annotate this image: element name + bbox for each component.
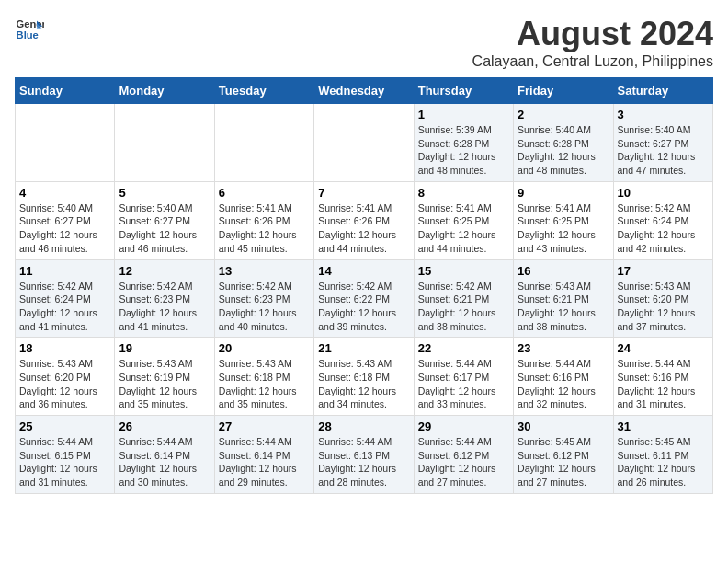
day-number: 15 [418, 264, 509, 278]
calendar-cell: 3Sunrise: 5:40 AM Sunset: 6:27 PM Daylig… [613, 104, 712, 182]
day-number: 26 [119, 419, 210, 433]
calendar-cell: 15Sunrise: 5:42 AM Sunset: 6:21 PM Dayli… [414, 259, 513, 338]
day-info: Sunrise: 5:43 AM Sunset: 6:18 PM Dayligh… [219, 357, 310, 411]
day-number: 24 [618, 341, 709, 355]
day-info: Sunrise: 5:41 AM Sunset: 6:25 PM Dayligh… [418, 201, 509, 256]
day-info: Sunrise: 5:43 AM Sunset: 6:21 PM Dayligh… [518, 280, 609, 334]
calendar-cell: 7Sunrise: 5:41 AM Sunset: 6:26 PM Daylig… [314, 181, 414, 259]
day-number: 30 [518, 419, 609, 433]
day-number: 7 [318, 186, 409, 200]
calendar-cell: 27Sunrise: 5:44 AM Sunset: 6:14 PM Dayli… [214, 416, 313, 494]
calendar-cell: 16Sunrise: 5:43 AM Sunset: 6:21 PM Dayli… [514, 259, 613, 338]
day-info: Sunrise: 5:43 AM Sunset: 6:18 PM Dayligh… [318, 357, 409, 411]
header-sunday: Sunday [16, 78, 115, 104]
calendar-cell [115, 104, 214, 182]
day-number: 4 [19, 186, 110, 200]
day-info: Sunrise: 5:45 AM Sunset: 6:11 PM Dayligh… [618, 435, 709, 489]
day-number: 20 [219, 341, 310, 355]
day-info: Sunrise: 5:42 AM Sunset: 6:21 PM Dayligh… [418, 280, 509, 334]
calendar-cell: 12Sunrise: 5:42 AM Sunset: 6:23 PM Dayli… [115, 259, 214, 338]
day-info: Sunrise: 5:44 AM Sunset: 6:17 PM Dayligh… [418, 357, 509, 411]
day-info: Sunrise: 5:42 AM Sunset: 6:22 PM Dayligh… [318, 280, 409, 334]
title-area: August 2024 Calayaan, Central Luzon, Phi… [472, 15, 713, 70]
day-number: 2 [518, 108, 609, 121]
calendar-cell: 14Sunrise: 5:42 AM Sunset: 6:22 PM Dayli… [314, 259, 414, 338]
day-info: Sunrise: 5:43 AM Sunset: 6:20 PM Dayligh… [618, 280, 709, 334]
day-info: Sunrise: 5:40 AM Sunset: 6:27 PM Dayligh… [119, 201, 210, 256]
day-number: 13 [219, 264, 310, 278]
day-number: 14 [318, 264, 409, 278]
day-number: 11 [19, 264, 110, 278]
day-info: Sunrise: 5:42 AM Sunset: 6:24 PM Dayligh… [19, 280, 110, 334]
day-number: 23 [518, 341, 609, 355]
logo-icon: General Blue [15, 15, 44, 44]
calendar-cell: 21Sunrise: 5:43 AM Sunset: 6:18 PM Dayli… [314, 338, 414, 416]
day-number: 25 [19, 419, 110, 433]
day-number: 27 [219, 419, 310, 433]
day-info: Sunrise: 5:43 AM Sunset: 6:20 PM Dayligh… [19, 357, 110, 411]
calendar-cell: 1Sunrise: 5:39 AM Sunset: 6:28 PM Daylig… [414, 104, 513, 182]
calendar-cell: 13Sunrise: 5:42 AM Sunset: 6:23 PM Dayli… [214, 259, 313, 338]
day-number: 16 [518, 264, 609, 278]
day-info: Sunrise: 5:44 AM Sunset: 6:14 PM Dayligh… [219, 435, 310, 489]
calendar-cell: 24Sunrise: 5:44 AM Sunset: 6:16 PM Dayli… [613, 338, 712, 416]
day-info: Sunrise: 5:44 AM Sunset: 6:16 PM Dayligh… [618, 357, 709, 411]
calendar-cell: 4Sunrise: 5:40 AM Sunset: 6:27 PM Daylig… [16, 181, 115, 259]
calendar-cell: 28Sunrise: 5:44 AM Sunset: 6:13 PM Dayli… [314, 416, 414, 494]
day-number: 22 [418, 341, 509, 355]
day-number: 6 [219, 186, 310, 200]
calendar-header: SundayMondayTuesdayWednesdayThursdayFrid… [16, 78, 713, 104]
calendar-cell: 20Sunrise: 5:43 AM Sunset: 6:18 PM Dayli… [214, 338, 313, 416]
day-info: Sunrise: 5:44 AM Sunset: 6:13 PM Dayligh… [318, 435, 409, 489]
calendar-cell [314, 104, 414, 182]
calendar-cell: 30Sunrise: 5:45 AM Sunset: 6:12 PM Dayli… [514, 416, 613, 494]
calendar-cell: 25Sunrise: 5:44 AM Sunset: 6:15 PM Dayli… [16, 416, 115, 494]
day-number: 18 [19, 341, 110, 355]
day-number: 1 [418, 108, 509, 121]
week-row-2: 4Sunrise: 5:40 AM Sunset: 6:27 PM Daylig… [16, 181, 713, 259]
day-number: 28 [318, 419, 409, 433]
calendar-cell: 17Sunrise: 5:43 AM Sunset: 6:20 PM Dayli… [613, 259, 712, 338]
header-saturday: Saturday [613, 78, 712, 104]
day-number: 21 [318, 341, 409, 355]
header-monday: Monday [115, 78, 214, 104]
subtitle: Calayaan, Central Luzon, Philippines [472, 53, 713, 70]
calendar-cell: 5Sunrise: 5:40 AM Sunset: 6:27 PM Daylig… [115, 181, 214, 259]
header-thursday: Thursday [414, 78, 513, 104]
day-number: 29 [418, 419, 509, 433]
header-friday: Friday [514, 78, 613, 104]
main-title: August 2024 [472, 15, 713, 53]
calendar-cell: 29Sunrise: 5:44 AM Sunset: 6:12 PM Dayli… [414, 416, 513, 494]
logo: General Blue [15, 15, 44, 44]
day-info: Sunrise: 5:45 AM Sunset: 6:12 PM Dayligh… [518, 435, 609, 489]
header: General Blue August 2024 Calayaan, Centr… [15, 15, 713, 70]
calendar-cell: 19Sunrise: 5:43 AM Sunset: 6:19 PM Dayli… [115, 338, 214, 416]
day-info: Sunrise: 5:40 AM Sunset: 6:28 PM Dayligh… [518, 123, 609, 178]
week-row-3: 11Sunrise: 5:42 AM Sunset: 6:24 PM Dayli… [16, 259, 713, 338]
day-info: Sunrise: 5:43 AM Sunset: 6:19 PM Dayligh… [119, 357, 210, 411]
day-info: Sunrise: 5:40 AM Sunset: 6:27 PM Dayligh… [19, 201, 110, 256]
day-number: 9 [518, 186, 609, 200]
day-info: Sunrise: 5:42 AM Sunset: 6:24 PM Dayligh… [618, 201, 709, 256]
header-wednesday: Wednesday [314, 78, 414, 104]
calendar-cell [214, 104, 313, 182]
day-number: 17 [618, 264, 709, 278]
day-info: Sunrise: 5:40 AM Sunset: 6:27 PM Dayligh… [618, 123, 709, 178]
day-info: Sunrise: 5:41 AM Sunset: 6:26 PM Dayligh… [318, 201, 409, 256]
calendar-cell: 11Sunrise: 5:42 AM Sunset: 6:24 PM Dayli… [16, 259, 115, 338]
calendar-cell: 8Sunrise: 5:41 AM Sunset: 6:25 PM Daylig… [414, 181, 513, 259]
svg-text:Blue: Blue [17, 29, 39, 40]
week-row-1: 1Sunrise: 5:39 AM Sunset: 6:28 PM Daylig… [16, 104, 713, 182]
calendar-cell: 18Sunrise: 5:43 AM Sunset: 6:20 PM Dayli… [16, 338, 115, 416]
calendar-cell: 10Sunrise: 5:42 AM Sunset: 6:24 PM Dayli… [613, 181, 712, 259]
day-info: Sunrise: 5:41 AM Sunset: 6:26 PM Dayligh… [219, 201, 310, 256]
calendar-cell [16, 104, 115, 182]
calendar-cell: 6Sunrise: 5:41 AM Sunset: 6:26 PM Daylig… [214, 181, 313, 259]
day-info: Sunrise: 5:44 AM Sunset: 6:15 PM Dayligh… [19, 435, 110, 489]
day-info: Sunrise: 5:42 AM Sunset: 6:23 PM Dayligh… [119, 280, 210, 334]
calendar-cell: 23Sunrise: 5:44 AM Sunset: 6:16 PM Dayli… [514, 338, 613, 416]
day-info: Sunrise: 5:42 AM Sunset: 6:23 PM Dayligh… [219, 280, 310, 334]
header-tuesday: Tuesday [214, 78, 313, 104]
day-info: Sunrise: 5:44 AM Sunset: 6:12 PM Dayligh… [418, 435, 509, 489]
calendar-cell: 26Sunrise: 5:44 AM Sunset: 6:14 PM Dayli… [115, 416, 214, 494]
